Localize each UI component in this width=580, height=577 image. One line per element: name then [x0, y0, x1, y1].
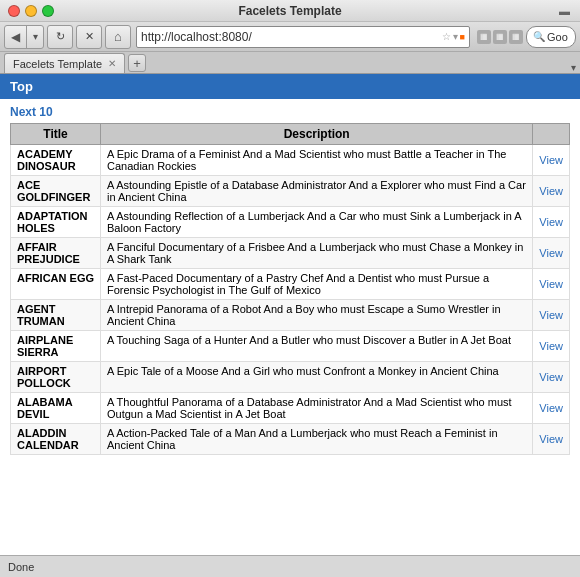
- view-link[interactable]: View: [539, 216, 563, 228]
- home-button[interactable]: ⌂: [105, 25, 131, 49]
- cell-title: ACADEMY DINOSAUR: [11, 145, 101, 176]
- view-link[interactable]: View: [539, 185, 563, 197]
- cell-action: View: [533, 176, 570, 207]
- status-bar: Done: [0, 555, 580, 577]
- toolbar: ◀ ▾ ↻ ✕ ⌂ http://localhost:8080/ ☆ ▾ ■ ▦…: [0, 22, 580, 52]
- tab-label: Facelets Template: [13, 58, 102, 70]
- grid-icon-2[interactable]: ▦: [493, 30, 507, 44]
- table-row: ACE GOLDFINGERA Astounding Epistle of a …: [11, 176, 570, 207]
- minimize-button[interactable]: [25, 5, 37, 17]
- cell-action: View: [533, 300, 570, 331]
- grid-icon-3[interactable]: ▦: [509, 30, 523, 44]
- cell-action: View: [533, 393, 570, 424]
- view-link[interactable]: View: [539, 340, 563, 352]
- col-action-header: [533, 124, 570, 145]
- cell-title: ACE GOLDFINGER: [11, 176, 101, 207]
- table-row: AFFAIR PREJUDICEA Fanciful Documentary o…: [11, 238, 570, 269]
- cell-action: View: [533, 424, 570, 455]
- table-row: ACADEMY DINOSAURA Epic Drama of a Femini…: [11, 145, 570, 176]
- cell-description: A Intrepid Panorama of a Robot And a Boy…: [101, 300, 533, 331]
- rss-icon: ■: [460, 32, 465, 42]
- tab-bar: Facelets Template ✕ + ▾: [0, 52, 580, 74]
- reload-button[interactable]: ↻: [47, 25, 73, 49]
- view-link[interactable]: View: [539, 247, 563, 259]
- window-minimize-icon[interactable]: ▬: [559, 5, 570, 17]
- cell-description: A Fast-Paced Documentary of a Pastry Che…: [101, 269, 533, 300]
- table-row: AFRICAN EGGA Fast-Paced Documentary of a…: [11, 269, 570, 300]
- cell-description: A Epic Tale of a Moose And a Girl who mu…: [101, 362, 533, 393]
- table-row: ALABAMA DEVILA Thoughtful Panorama of a …: [11, 393, 570, 424]
- cell-title: AFRICAN EGG: [11, 269, 101, 300]
- table-row: ADAPTATION HOLESA Astounding Reflection …: [11, 207, 570, 238]
- section-header: Top: [0, 74, 580, 99]
- table-row: AIRPLANE SIERRAA Touching Saga of a Hunt…: [11, 331, 570, 362]
- back-button[interactable]: ◀: [5, 25, 27, 49]
- cell-description: A Thoughtful Panorama of a Database Admi…: [101, 393, 533, 424]
- table-row: ALADDIN CALENDARA Action-Packed Tale of …: [11, 424, 570, 455]
- cell-title: ALADDIN CALENDAR: [11, 424, 101, 455]
- view-link[interactable]: View: [539, 433, 563, 445]
- view-link[interactable]: View: [539, 402, 563, 414]
- cell-description: A Epic Drama of a Feminist And a Mad Sci…: [101, 145, 533, 176]
- cell-description: A Fanciful Documentary of a Frisbee And …: [101, 238, 533, 269]
- next-10-label[interactable]: Next 10: [10, 105, 570, 119]
- table-header-row: Title Description: [11, 124, 570, 145]
- search-label: Goo: [547, 31, 568, 43]
- table-row: AIRPORT POLLOCKA Epic Tale of a Moose An…: [11, 362, 570, 393]
- cell-action: View: [533, 145, 570, 176]
- view-link[interactable]: View: [539, 278, 563, 290]
- col-title-header: Title: [11, 124, 101, 145]
- bookmark-icon[interactable]: ☆: [442, 31, 451, 42]
- cell-action: View: [533, 238, 570, 269]
- results-table: Title Description ACADEMY DINOSAURA Epic…: [10, 123, 570, 455]
- address-bar[interactable]: http://localhost:8080/ ☆ ▾ ■: [136, 26, 470, 48]
- address-dropdown-icon[interactable]: ▾: [453, 31, 458, 42]
- cell-description: A Astounding Epistle of a Database Admin…: [101, 176, 533, 207]
- cell-title: ADAPTATION HOLES: [11, 207, 101, 238]
- search-icon: 🔍: [533, 31, 545, 42]
- cell-title: AFFAIR PREJUDICE: [11, 238, 101, 269]
- view-icons: ▦ ▦ ▦: [477, 30, 523, 44]
- content-area: Top Next 10 Title Description ACADEMY DI…: [0, 74, 580, 555]
- title-bar: Facelets Template ▬: [0, 0, 580, 22]
- cell-title: ALABAMA DEVIL: [11, 393, 101, 424]
- address-text: http://localhost:8080/: [141, 30, 440, 44]
- search-container[interactable]: 🔍 Goo: [526, 26, 576, 48]
- cell-action: View: [533, 362, 570, 393]
- window-controls: [8, 5, 54, 17]
- status-text: Done: [8, 561, 34, 573]
- nav-arrows[interactable]: ◀ ▾: [4, 25, 44, 49]
- cell-description: A Touching Saga of a Hunter And a Butler…: [101, 331, 533, 362]
- tab-menu-icon[interactable]: ▾: [571, 62, 576, 73]
- section-body: Next 10 Title Description ACADEMY DINOSA…: [0, 99, 580, 461]
- cell-title: AGENT TRUMAN: [11, 300, 101, 331]
- cell-action: View: [533, 207, 570, 238]
- cell-action: View: [533, 331, 570, 362]
- cell-title: AIRPORT POLLOCK: [11, 362, 101, 393]
- view-link[interactable]: View: [539, 309, 563, 321]
- table-row: AGENT TRUMANA Intrepid Panorama of a Rob…: [11, 300, 570, 331]
- forward-dropdown[interactable]: ▾: [27, 25, 43, 49]
- tab-close-icon[interactable]: ✕: [108, 58, 116, 69]
- cell-description: A Astounding Reflection of a Lumberjack …: [101, 207, 533, 238]
- view-link[interactable]: View: [539, 154, 563, 166]
- maximize-button[interactable]: [42, 5, 54, 17]
- cell-title: AIRPLANE SIERRA: [11, 331, 101, 362]
- close-button[interactable]: [8, 5, 20, 17]
- cell-description: A Action-Packed Tale of a Man And a Lumb…: [101, 424, 533, 455]
- grid-icon-1[interactable]: ▦: [477, 30, 491, 44]
- col-desc-header: Description: [101, 124, 533, 145]
- view-link[interactable]: View: [539, 371, 563, 383]
- new-tab-button[interactable]: +: [128, 54, 146, 72]
- stop-button[interactable]: ✕: [76, 25, 102, 49]
- cell-action: View: [533, 269, 570, 300]
- window-title: Facelets Template: [238, 4, 341, 18]
- tab-facelets[interactable]: Facelets Template ✕: [4, 53, 125, 73]
